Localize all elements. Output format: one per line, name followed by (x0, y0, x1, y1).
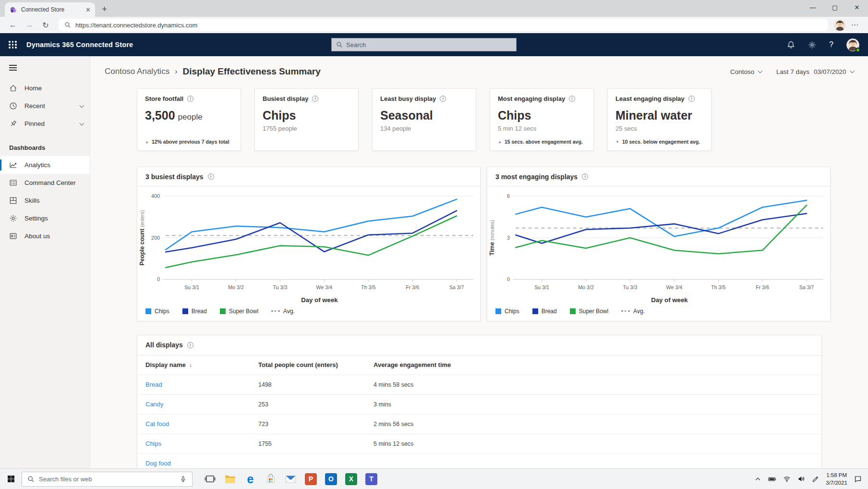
action-center-icon[interactable] (854, 475, 862, 483)
skills-grid-icon (9, 196, 17, 205)
tray-chevron-up-icon[interactable] (754, 476, 761, 483)
svg-text:Th 3/5: Th 3/5 (711, 284, 725, 290)
refresh-icon[interactable]: ↻ (38, 21, 53, 30)
legend-item-avg[interactable]: Avg. (621, 308, 645, 315)
column-header-people-count[interactable]: Total people count (enters) (258, 361, 374, 368)
teams-icon[interactable]: T (365, 473, 378, 486)
sidebar-item-about-us[interactable]: About us (0, 227, 90, 245)
engagement-time-cell: 5 mins 12 secs (374, 440, 813, 447)
tab-close-icon[interactable]: ✕ (85, 6, 91, 13)
svg-text:We 3/4: We 3/4 (666, 284, 683, 290)
back-icon[interactable]: ← (6, 21, 20, 29)
help-icon[interactable]: ? (829, 40, 833, 49)
file-explorer-icon[interactable] (224, 473, 237, 486)
kpi-delta-text: 15 secs. above engagement avg. (505, 139, 583, 145)
edge-browser-icon[interactable]: e (244, 473, 257, 486)
mail-app-icon[interactable] (284, 473, 297, 486)
info-icon[interactable]: i (187, 96, 193, 102)
display-name-link[interactable]: Chips (145, 440, 258, 447)
info-icon[interactable]: i (187, 342, 193, 348)
new-tab-button[interactable]: + (102, 4, 107, 14)
info-icon[interactable]: i (569, 96, 575, 102)
sidebar-item-analytics[interactable]: Analytics (0, 156, 90, 174)
browser-profile-avatar[interactable] (834, 19, 846, 31)
sidebar-item-recent[interactable]: Recent (0, 97, 90, 115)
legend-item-avg[interactable]: Avg. (271, 308, 295, 315)
display-name-link[interactable]: Candy (145, 401, 258, 408)
volume-icon[interactable] (797, 475, 805, 483)
legend-item[interactable]: Bread (182, 308, 207, 315)
chart-title: 3 busiest displays (145, 173, 204, 181)
kpi-subtext: 1755 people (263, 125, 350, 132)
store-filter-dropdown[interactable]: Contoso (730, 68, 762, 75)
date-range-dropdown[interactable]: Last 7 days03/07/2020 (776, 68, 854, 75)
url-box[interactable] (59, 19, 828, 31)
microphone-icon[interactable] (180, 476, 187, 483)
kpi-value: Seasonal (380, 109, 433, 122)
notifications-bell-icon[interactable] (787, 41, 795, 49)
window-close-button[interactable]: ✕ (846, 0, 868, 16)
pen-icon[interactable] (812, 476, 819, 483)
taskbar-search-input[interactable] (39, 476, 175, 483)
legend-item[interactable]: Bread (532, 308, 557, 315)
settings-gear-icon[interactable] (808, 41, 816, 49)
powerpoint-icon[interactable]: P (304, 473, 317, 486)
info-icon[interactable]: i (440, 96, 446, 102)
sidebar-item-settings[interactable]: Settings (0, 209, 90, 227)
start-button[interactable] (0, 475, 22, 483)
chart-title: 3 most engaging displays (495, 173, 578, 181)
excel-icon[interactable]: X (345, 473, 358, 486)
forward-icon[interactable]: → (22, 21, 36, 29)
display-name-link[interactable]: Cat food (145, 420, 258, 428)
chevron-down-icon (79, 103, 84, 107)
waffle-icon[interactable] (9, 41, 17, 49)
line-chart-most-engaging-displays: 036Su 3/1Mo 3/2Tu 3/3We 3/4Th 3/5Fr 3/6S… (487, 188, 830, 306)
legend-item[interactable]: Super Bowl (220, 308, 258, 315)
sidebar-item-skills[interactable]: Skills (0, 192, 90, 209)
home-icon (9, 84, 17, 92)
info-icon[interactable]: i (312, 96, 318, 102)
task-view-icon[interactable] (204, 473, 217, 486)
info-icon[interactable]: i (208, 173, 214, 180)
app-search-input[interactable] (346, 41, 512, 49)
browser-tab[interactable]: Connected Store ✕ (5, 2, 95, 17)
sidebar-item-home[interactable]: Home (0, 79, 90, 97)
display-name-link[interactable]: Dog food (145, 460, 258, 467)
svg-text:3: 3 (507, 235, 510, 241)
window-minimize-button[interactable]: — (802, 0, 824, 16)
delta-down-icon: ▼ (615, 140, 619, 144)
legend-item[interactable]: Super Bowl (570, 308, 608, 315)
legend-dashed-swatch (621, 310, 630, 312)
legend-item[interactable]: Chips (145, 308, 169, 315)
legend-item[interactable]: Chips (495, 308, 519, 315)
breadcrumb-parent[interactable]: Contoso Analytics (105, 67, 169, 76)
browser-menu-icon[interactable]: ⋯ (848, 21, 862, 29)
outlook-icon[interactable]: O (325, 473, 338, 486)
taskbar-search-box[interactable] (22, 472, 193, 487)
svg-text:Day of week: Day of week (651, 296, 688, 304)
sidebar-item-pinned[interactable]: Pinned (0, 115, 90, 133)
wifi-icon[interactable] (783, 475, 791, 483)
column-header-display-name[interactable]: Display name↓ (145, 361, 258, 368)
kpi-subtext: 25 secs (615, 125, 703, 132)
url-input[interactable] (75, 22, 822, 29)
window-maximize-button[interactable]: ▢ (824, 0, 846, 16)
hamburger-menu-icon[interactable] (0, 62, 25, 72)
info-icon[interactable]: i (582, 173, 588, 180)
user-avatar[interactable] (846, 38, 859, 51)
sidebar-item-command-center[interactable]: Command Center (0, 174, 90, 192)
svg-text:200: 200 (151, 235, 160, 241)
legend-swatch (220, 308, 226, 314)
info-icon[interactable]: i (688, 96, 695, 102)
taskbar-clock[interactable]: 1:58 PM 3/7/2021 (826, 471, 847, 487)
engagement-time-cell: 2 mins 56 secs (374, 421, 813, 428)
column-header-engagement-time[interactable]: Average engagement time (374, 361, 813, 368)
display-name-link[interactable]: Bread (145, 381, 258, 388)
battery-icon[interactable] (768, 476, 776, 483)
app-search-box[interactable] (331, 38, 517, 51)
microsoft-store-icon[interactable] (264, 473, 277, 486)
svg-text:Tu 3/3: Tu 3/3 (623, 284, 637, 290)
sidebar-section-label: Dashboards (0, 133, 90, 156)
legend-dashed-swatch (271, 310, 280, 312)
kpi-value: Chips (498, 109, 531, 122)
